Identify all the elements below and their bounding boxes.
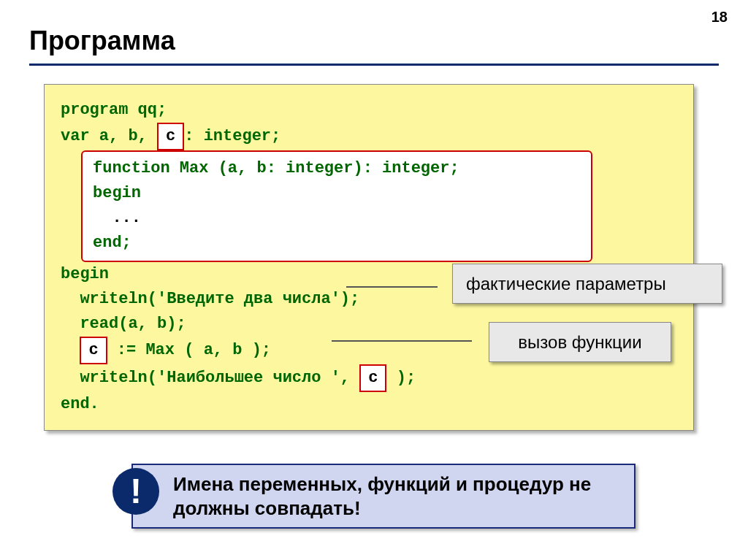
c-box-assignment: c xyxy=(80,337,107,364)
code-block: program qq; var a, b, c: integer; functi… xyxy=(44,84,694,431)
func-body: ... xyxy=(93,206,581,231)
code-line-var: var a, b, c: integer; xyxy=(61,123,677,150)
func-begin: begin xyxy=(93,181,581,206)
callout-actual-params: фактические параметры xyxy=(452,264,722,304)
callout-function-call: вызов функции xyxy=(489,322,671,362)
title-underline xyxy=(29,64,719,66)
code-line-program: program qq; xyxy=(61,98,677,123)
connector-line-actual xyxy=(346,286,438,288)
c-box-output: c xyxy=(359,364,386,392)
result-prefix: writeln('Наибольшее число ', xyxy=(61,369,359,387)
note-text: Имена переменных, функций и процедур не … xyxy=(131,464,636,529)
assign-prefix xyxy=(61,341,80,359)
exclamation-icon: ! xyxy=(112,468,159,515)
page-number: 18 xyxy=(711,9,728,26)
var-prefix: var a, b, xyxy=(61,127,157,145)
var-suffix: : integer; xyxy=(184,127,280,145)
writeln-result: writeln('Наибольшее число ', c ); xyxy=(61,364,677,392)
assign-suffix: := Max ( a, b ); xyxy=(107,341,271,359)
function-box: function Max (a, b: integer): integer; b… xyxy=(81,150,592,261)
func-end: end; xyxy=(93,231,581,256)
connector-line-call xyxy=(332,340,472,342)
note-container: ! Имена переменных, функций и процедур н… xyxy=(131,464,636,529)
main-end: end. xyxy=(61,392,677,417)
c-box-declaration: c xyxy=(157,123,184,150)
page-title: Программа xyxy=(29,26,719,56)
result-suffix: ); xyxy=(386,369,416,387)
func-signature: function Max (a, b: integer): integer; xyxy=(93,156,581,181)
